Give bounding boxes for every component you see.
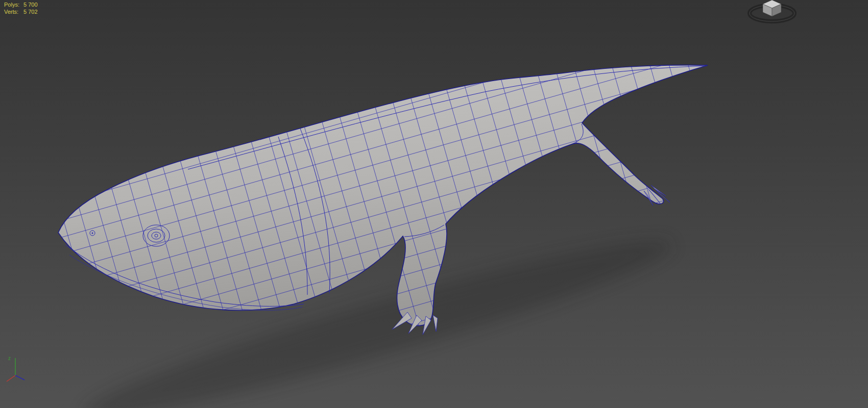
mesh-stats: Polys: 5 700 Verts: 5 702 [4, 1, 38, 15]
wireframe-mesh [58, 65, 708, 326]
viewport-3d[interactable]: z Polys: 5 700 Verts: 5 702 [0, 0, 868, 408]
polys-row: Polys: 5 700 [4, 1, 38, 8]
polys-value: 5 700 [23, 1, 38, 8]
verts-value: 5 702 [23, 8, 38, 15]
axis-z-label: z [8, 355, 11, 361]
verts-row: Verts: 5 702 [4, 8, 38, 15]
world-axis-icon: z [7, 355, 25, 381]
scene-svg: z [0, 0, 868, 408]
polys-label: Polys: [4, 1, 23, 8]
verts-label: Verts: [4, 8, 23, 15]
viewcube-icon[interactable] [750, 0, 794, 21]
salamander-model[interactable] [58, 65, 708, 335]
